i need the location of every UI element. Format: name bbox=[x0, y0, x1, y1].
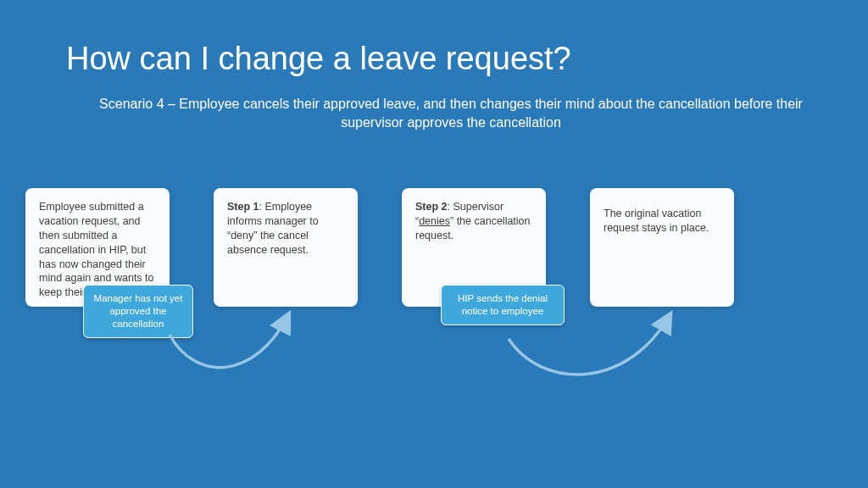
card-step-1-text: Step 1: Employee informs manager to “den… bbox=[227, 201, 319, 256]
card-situation-text: Employee submitted a vacation request, a… bbox=[39, 201, 154, 298]
card-result-text: The original vacation request stays in p… bbox=[604, 208, 709, 234]
slide-title: How can I change a leave request? bbox=[66, 41, 571, 77]
card-result: The original vacation request stays in p… bbox=[590, 188, 734, 307]
subcard-manager-status-text: Manager has not yet approved the cancell… bbox=[94, 293, 183, 329]
slide-subtitle: Scenario 4 – Employee cancels their appr… bbox=[85, 95, 817, 133]
subcard-hip-notice: HIP sends the denial notice to employee bbox=[441, 285, 565, 325]
card-step-2-text: Step 2: Supervisor “denies” the cancella… bbox=[415, 201, 531, 241]
step-2-denies: denies bbox=[419, 215, 450, 227]
step-1-label: Step 1 bbox=[227, 201, 259, 213]
card-step-1: Step 1: Employee informs manager to “den… bbox=[214, 188, 358, 307]
subcard-manager-status: Manager has not yet approved the cancell… bbox=[83, 285, 193, 338]
subcard-hip-notice-text: HIP sends the denial notice to employee bbox=[458, 293, 548, 316]
step-2-label: Step 2 bbox=[415, 201, 448, 213]
